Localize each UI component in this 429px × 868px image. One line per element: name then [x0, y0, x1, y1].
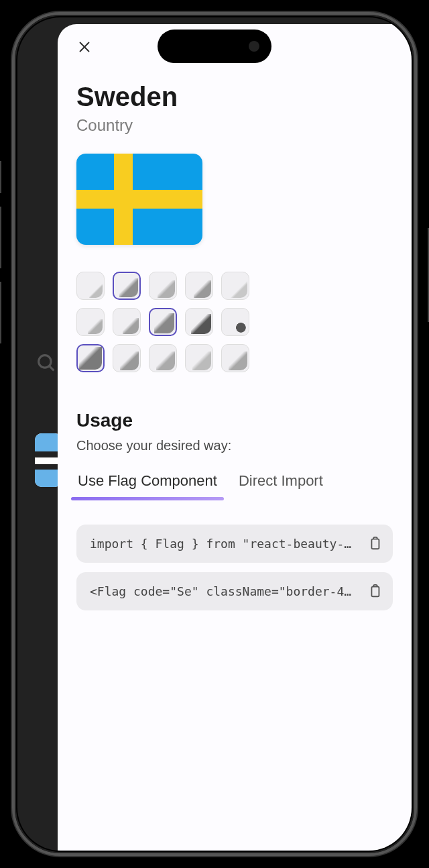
style-variant-9[interactable] [221, 308, 249, 336]
svg-line-1 [50, 366, 54, 371]
svg-rect-4 [371, 539, 379, 549]
phone-side-button [0, 161, 1, 193]
page-subtitle: Country [76, 116, 393, 135]
phone-volume-up [0, 207, 1, 268]
style-variant-14[interactable] [221, 344, 249, 372]
style-variant-11[interactable] [113, 344, 141, 372]
copy-button[interactable] [367, 536, 383, 552]
detail-sheet: Sweden Country [58, 24, 412, 851]
tab-direct-import[interactable]: Direct Import [237, 468, 324, 499]
flag-preview [76, 154, 202, 245]
style-variant-12[interactable] [149, 344, 177, 372]
clipboard-icon [367, 536, 382, 551]
phone-frame: Sweden Country [12, 12, 417, 856]
svg-point-0 [39, 356, 51, 368]
style-variant-10[interactable] [76, 344, 105, 372]
code-snippet-import: import { Flag } from "react-beauty-fl… [76, 525, 393, 563]
style-variant-4[interactable] [221, 272, 249, 300]
camera-dot [249, 41, 259, 52]
style-variant-6[interactable] [113, 308, 141, 336]
style-variant-0[interactable] [76, 272, 105, 300]
copy-button[interactable] [367, 584, 383, 600]
svg-rect-5 [371, 586, 379, 596]
page-title: Sweden [76, 82, 393, 112]
style-variant-13[interactable] [185, 344, 213, 372]
style-variant-3[interactable] [185, 272, 213, 300]
style-variant-1[interactable] [113, 272, 141, 300]
style-variant-5[interactable] [76, 308, 105, 336]
code-text: <Flag code="Se" className="border-4 s… [90, 584, 366, 598]
close-icon [77, 40, 92, 54]
style-variant-8[interactable] [185, 308, 213, 336]
tab-use-flag-component[interactable]: Use Flag Component [76, 468, 219, 499]
usage-heading: Usage [76, 410, 393, 431]
style-variant-2[interactable] [149, 272, 177, 300]
code-snippet-usage: <Flag code="Se" className="border-4 s… [76, 572, 393, 610]
style-variant-7[interactable] [149, 308, 177, 336]
phone-volume-down [0, 282, 1, 343]
code-text: import { Flag } from "react-beauty-fl… [90, 537, 366, 551]
dynamic-island [158, 30, 271, 63]
search-icon [35, 351, 58, 374]
usage-subheading: Choose your desired way: [76, 438, 393, 453]
close-button[interactable] [72, 35, 97, 59]
clipboard-icon [367, 584, 382, 598]
style-variant-grid [76, 272, 393, 372]
usage-tabs: Use Flag Component Direct Import [76, 468, 393, 499]
